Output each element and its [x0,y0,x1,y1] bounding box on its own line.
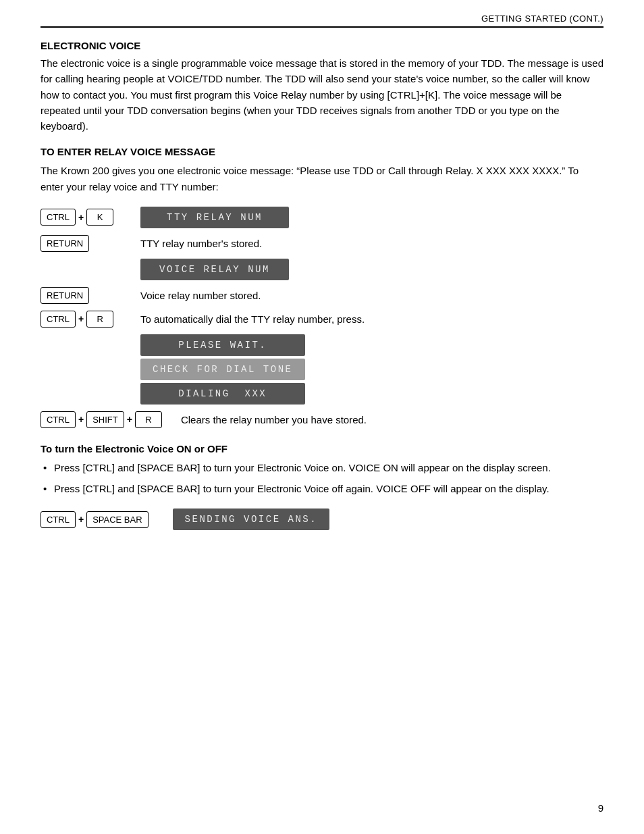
desc-tty-relay-stored: TTY relay number's stored. [140,238,262,249]
display-dialing-xxx: DIALING XXX [140,383,305,405]
plus-sign-1: + [78,212,84,223]
page-number: 9 [598,802,603,814]
key-ctrl: CTRL [41,209,76,226]
key-r-2: R [135,411,162,428]
section2-title: TO ENTER RELAY VOICE MESSAGE [41,146,603,157]
key-group-return-2: RETURN [41,287,128,304]
row-ctrl-r: CTRL + R To automatically dial the TTY r… [41,311,603,328]
plus-sign-3: + [78,414,84,425]
bullet-1: Press [CTRL] and [SPACE BAR] to turn you… [41,460,603,475]
row-voice-relay-num: VOICE RELAY NUM [41,259,603,280]
desc-clears-relay: Clears the relay number you have stored. [181,414,367,425]
key-return-1: RETURN [41,235,89,252]
key-group-ctrl-spacebar: CTRL + SPACE BAR [41,511,149,528]
display-voice-relay-num: VOICE RELAY NUM [140,259,289,280]
key-ctrl-2: CTRL [41,311,76,328]
section1-title: ELECTRONIC VOICE [41,40,603,51]
key-group-return-1: RETURN [41,235,128,252]
key-spacebar: SPACE BAR [86,511,148,528]
key-ctrl-4: CTRL [41,511,76,528]
row-display-stack: PLEASE WAIT. CHECK FOR DIAL TONE DIALING… [41,334,603,405]
row-return-2: RETURN Voice relay number stored. [41,287,603,304]
display-check-dial-tone: CHECK FOR DIAL TONE [140,359,305,380]
row-ctrl-k: CTRL + K TTY RELAY NUM [41,207,603,228]
bullet-2: Press [CTRL] and [SPACE BAR] to turn you… [41,481,603,496]
key-group-ctrl-r: CTRL + R [41,311,128,328]
row-return-1: RETURN TTY relay number's stored. [41,235,603,252]
plus-sign-5: + [78,514,84,525]
header-text: GETTING STARTED (CONT.) [481,14,603,24]
key-shift: SHIFT [86,411,124,428]
row-ctrl-spacebar: CTRL + SPACE BAR SENDING VOICE ANS. [41,509,603,530]
key-group-ctrl-k: CTRL + K [41,209,128,226]
display-sending-voice-ans: SENDING VOICE ANS. [173,509,330,530]
section-voice-on-off: To turn the Electronic Voice ON or OFF P… [41,443,603,531]
key-ctrl-3: CTRL [41,411,76,428]
row-ctrl-shift-r: CTRL + SHIFT + R Clears the relay number… [41,411,603,428]
section2-body: The Krown 200 gives you one electronic v… [41,163,603,194]
key-return-2: RETURN [41,287,89,304]
section1-body: The electronic voice is a single program… [41,55,603,134]
page: GETTING STARTED (CONT.) ELECTRONIC VOICE… [0,0,644,834]
key-r: R [86,311,113,328]
desc-auto-dial: To automatically dial the TTY relay numb… [140,313,365,325]
plus-sign-4: + [127,414,132,425]
plus-sign-2: + [78,313,84,324]
display-stack: PLEASE WAIT. CHECK FOR DIAL TONE DIALING… [140,334,305,405]
key-group-ctrl-shift-r: CTRL + SHIFT + R [41,411,162,428]
bullet-list: Press [CTRL] and [SPACE BAR] to turn you… [41,460,603,497]
section3-title: To turn the Electronic Voice ON or OFF [41,443,603,454]
section-relay-voice: TO ENTER RELAY VOICE MESSAGE The Krown 2… [41,146,603,428]
desc-voice-relay-stored: Voice relay number stored. [140,290,261,301]
section-electronic-voice: ELECTRONIC VOICE The electronic voice is… [41,40,603,134]
key-k: K [86,209,113,226]
page-header: GETTING STARTED (CONT.) [41,14,603,28]
display-tty-relay-num: TTY RELAY NUM [140,207,289,228]
display-please-wait: PLEASE WAIT. [140,334,305,356]
